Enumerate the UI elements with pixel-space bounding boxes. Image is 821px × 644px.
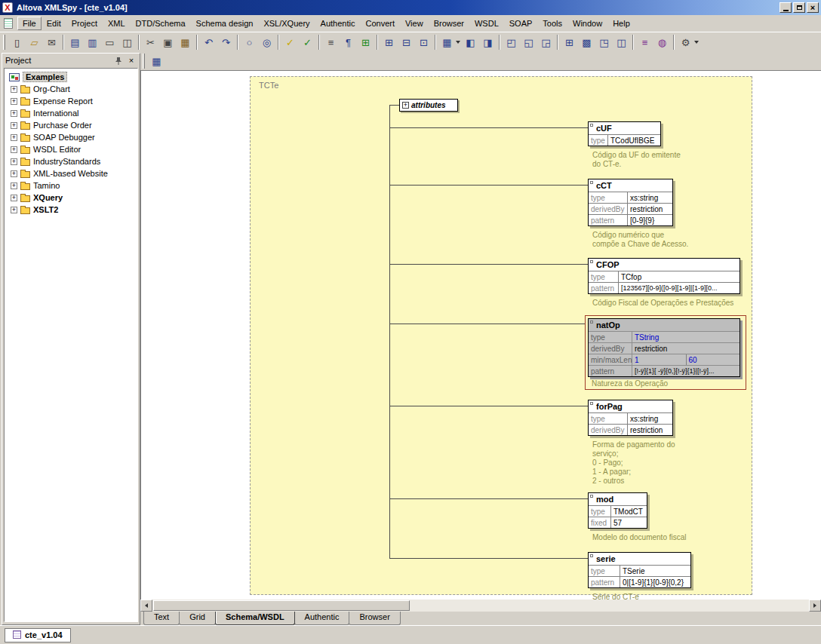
tree-item-xslt2[interactable]: +XSLT2: [7, 204, 137, 216]
schema-element-serie[interactable]: serie typeTSerie pattern0|[1-9]{1}[0-9]{…: [588, 552, 691, 600]
tree-item-org-chart[interactable]: +Org-Chart: [7, 83, 137, 95]
schema-display-all-globals-button[interactable]: ▦: [148, 53, 165, 69]
facet-value-max[interactable]: 60: [686, 354, 740, 365]
scroll-left-button[interactable]: [140, 600, 152, 612]
validate-button[interactable]: ✓: [299, 34, 316, 51]
facet-value[interactable]: TCfop: [619, 273, 740, 281]
menu-browser[interactable]: Browser: [429, 17, 469, 30]
align-center-button[interactable]: ◱: [520, 34, 537, 51]
schema-element-mod[interactable]: mod typeTModCT fixed57 Modelo do documen…: [588, 492, 687, 542]
new-document-button[interactable]: ▯: [8, 34, 26, 51]
tree-item-industrystandards[interactable]: +IndustryStandards: [7, 155, 137, 167]
close-button[interactable]: ×: [807, 2, 819, 13]
find-button[interactable]: ○: [241, 34, 258, 51]
print-preview-button[interactable]: ◫: [118, 34, 136, 51]
facet-value[interactable]: restriction: [628, 205, 672, 213]
menu-window[interactable]: Window: [567, 17, 607, 30]
facet-value[interactable]: [123567][0-9]([0-9][1-9]|[1-9][0...: [619, 284, 740, 292]
facet-value[interactable]: [!-ÿ]{1}[ -ÿ]{0,}[!-ÿ]{1}|[!-ÿ]...: [632, 367, 740, 375]
find-next-button[interactable]: ◎: [258, 34, 275, 51]
tree-item-purchase-order[interactable]: +Purchase Order: [7, 119, 137, 131]
tab-browser[interactable]: Browser: [349, 612, 400, 625]
text-view-button[interactable]: ¶: [340, 34, 357, 51]
add-child-button[interactable]: ⊡: [415, 34, 432, 51]
expand-icon[interactable]: +: [11, 207, 17, 213]
document-window-icon[interactable]: [4, 18, 13, 29]
expand-icon[interactable]: +: [11, 146, 17, 153]
table-display-button[interactable]: ▦: [438, 34, 456, 51]
schema-element-cct[interactable]: cCT typexs:string derivedByrestriction p…: [588, 179, 688, 249]
schema-display-config-button[interactable]: ⊞: [561, 34, 578, 51]
schema-element-forpag[interactable]: forPag typexs:string derivedByrestrictio…: [588, 400, 675, 486]
schema-element-cuf[interactable]: cUF typeTCodUfIBGE Código da UF do emite…: [588, 121, 681, 169]
menu-authentic[interactable]: Authentic: [315, 17, 361, 30]
expand-icon[interactable]: +: [11, 195, 17, 201]
schema-settings-button[interactable]: ▩: [578, 34, 595, 51]
menu-wsdl[interactable]: WSDL: [469, 17, 504, 30]
expand-icon[interactable]: +: [11, 98, 17, 105]
tree-item-xml-based-website[interactable]: +XML-based Website: [7, 167, 137, 179]
check-well-formed-button[interactable]: ✓: [281, 34, 299, 51]
facet-value[interactable]: xs:string: [628, 194, 672, 202]
attributes-expand-icon[interactable]: +: [402, 102, 409, 109]
tree-item-xquery[interactable]: +XQuery: [7, 192, 137, 204]
facet-value[interactable]: restriction: [632, 345, 740, 353]
tree-item-soap-debugger[interactable]: +SOAP Debugger: [7, 131, 137, 143]
tree-item-expense-report[interactable]: +Expense Report: [7, 95, 137, 107]
pretty-print-button[interactable]: ≡: [322, 34, 340, 51]
enhanced-grid-view-button[interactable]: ⊞: [357, 34, 374, 51]
send-by-mail-button[interactable]: ✉: [43, 34, 60, 51]
align-left-button[interactable]: ◰: [503, 34, 520, 51]
expand-icon[interactable]: +: [11, 122, 17, 129]
database-import-button[interactable]: ◍: [653, 34, 671, 51]
schema-element-natop-selected[interactable]: natOp typeTString derivedByrestriction m…: [585, 315, 746, 390]
facet-value[interactable]: xs:string: [628, 415, 672, 423]
expand-icon[interactable]: +: [11, 182, 17, 189]
menu-tools[interactable]: Tools: [537, 17, 567, 30]
menu-file[interactable]: File: [17, 17, 42, 30]
menu-xml[interactable]: XML: [103, 17, 131, 30]
types-view-button[interactable]: ◫: [613, 34, 630, 51]
expand-icon[interactable]: +: [11, 86, 17, 93]
expand-icon[interactable]: +: [11, 134, 17, 141]
menu-edit[interactable]: Edit: [42, 17, 66, 30]
facet-value[interactable]: restriction: [628, 426, 672, 434]
menu-soap[interactable]: SOAP: [504, 17, 538, 30]
redo-button[interactable]: ↷: [217, 34, 235, 51]
toolbar-drag-handle[interactable]: [143, 54, 145, 69]
table-display-dropdown-arrow[interactable]: [456, 41, 460, 44]
type-link[interactable]: TString: [632, 333, 740, 342]
tree-root-examples[interactable]: Examples: [7, 71, 137, 83]
scroll-right-button[interactable]: [809, 600, 821, 612]
panel-close-button[interactable]: ×: [126, 55, 137, 66]
save-file-button[interactable]: ▤: [66, 34, 84, 51]
facet-value[interactable]: TModCT: [611, 508, 647, 516]
scripting-button[interactable]: ⚙: [677, 34, 694, 51]
save-all-button[interactable]: ▥: [84, 34, 101, 51]
tree-item-international[interactable]: +International: [7, 107, 137, 119]
generate-documentation-button[interactable]: ≡: [636, 34, 653, 51]
expand-icon[interactable]: +: [11, 158, 17, 165]
open-file-button[interactable]: ▱: [26, 34, 43, 51]
menu-dtd-schema[interactable]: DTD/Schema: [131, 17, 191, 30]
pin-button[interactable]: [113, 55, 124, 66]
paste-button[interactable]: ▦: [177, 34, 194, 51]
expand-icon[interactable]: +: [11, 110, 17, 117]
menu-schema-design[interactable]: Schema design: [191, 17, 259, 30]
facet-value-min[interactable]: 1: [632, 356, 686, 364]
attributes-box[interactable]: + attributes: [399, 99, 458, 112]
tree-item-tamino[interactable]: +Tamino: [7, 179, 137, 192]
menu-xsl-xquery[interactable]: XSL/XQuery: [258, 17, 315, 30]
facet-value[interactable]: 0|[1-9]{1}[0-9]{0,2}: [620, 578, 690, 587]
tab-authentic[interactable]: Authentic: [294, 612, 350, 625]
align-right-button[interactable]: ◲: [537, 34, 555, 51]
file-tab-cte-v1-04[interactable]: cte_v1.04: [5, 628, 71, 642]
facet-value[interactable]: [0-9]{9}: [628, 216, 672, 225]
globals-view-button[interactable]: ◳: [595, 34, 613, 51]
toolbar-drag-handle[interactable]: [3, 35, 5, 50]
append-row-button[interactable]: ⊟: [398, 34, 415, 51]
cut-button[interactable]: ✂: [142, 34, 159, 51]
expand-icon[interactable]: +: [11, 170, 17, 177]
horizontal-scrollbar[interactable]: [140, 600, 821, 612]
print-button[interactable]: ▭: [101, 34, 118, 51]
